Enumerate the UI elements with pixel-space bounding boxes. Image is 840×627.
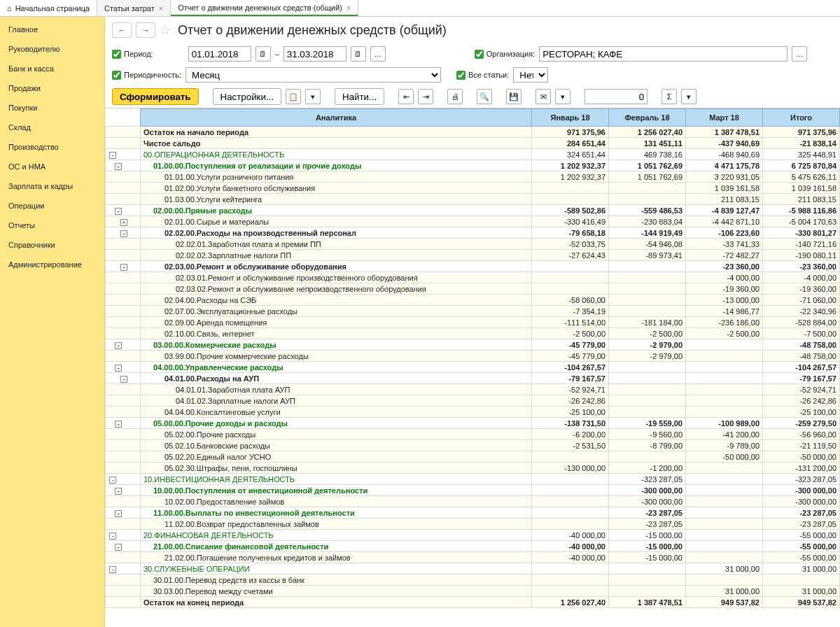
- settings-button[interactable]: Настройки...: [213, 88, 281, 105]
- table-row[interactable]: -00.ОПЕРАЦИОННАЯ ДЕЯТЕЛЬНОСТЬ324 651,444…: [106, 149, 840, 160]
- collapse-icon[interactable]: -: [115, 488, 122, 495]
- table-row[interactable]: 02.07.00.Эксплуатационные расходы-7 354,…: [106, 306, 840, 317]
- table-row[interactable]: -02.02.00.Расходы на производственный пе…: [106, 227, 840, 239]
- sidebar-item[interactable]: Банк и касса: [0, 59, 104, 78]
- sidebar-item[interactable]: Покупки: [0, 98, 104, 118]
- table-row[interactable]: -04.00.00.Управленческие расходы-104 267…: [106, 362, 840, 373]
- mail-dropdown-icon[interactable]: ▾: [555, 89, 570, 104]
- table-row[interactable]: 02.03.02.Ремонт и обслуживание непроизво…: [106, 283, 840, 295]
- table-row[interactable]: 05.02.00.Прочие расходы-6 200,00-9 560,0…: [106, 429, 840, 440]
- sigma-dropdown-icon[interactable]: ▾: [681, 89, 696, 104]
- table-row[interactable]: -02.03.00.Ремонт и обслуживание оборудов…: [106, 261, 840, 272]
- table-row[interactable]: Чистое сальдо284 651,44131 451,11-437 94…: [106, 138, 840, 149]
- table-row[interactable]: 01.02.00.Услуги банкетного обслуживания1…: [106, 183, 840, 194]
- table-row[interactable]: 01.01.00.Услуги розничного питания1 202 …: [106, 171, 840, 183]
- find-button[interactable]: Найти...: [335, 88, 384, 105]
- table-row[interactable]: 04.01.02.Зарплатные налоги АУП-26 242,86…: [106, 395, 840, 407]
- table-row[interactable]: 04.01.01.Заработная плата АУП-52 924,71-…: [106, 384, 840, 395]
- table-row[interactable]: 03.99.00.Прочие коммерческие расходы-45 …: [106, 351, 840, 362]
- collapse-icon[interactable]: -: [115, 163, 122, 170]
- tab[interactable]: Отчет о движении денежных средств (общий…: [171, 0, 358, 16]
- table-row[interactable]: -10.ИНВЕСТИЦИОННАЯ ДЕЯТЕЛЬНОСТЬ-323 287,…: [106, 474, 840, 485]
- table-row[interactable]: 04.04.00.Консалтинговые услуги-25 100,00…: [106, 407, 840, 418]
- favorite-star-icon[interactable]: ☆: [160, 22, 171, 38]
- nav-forward[interactable]: →: [136, 22, 155, 38]
- sidebar-item[interactable]: Отчеты: [0, 216, 104, 235]
- table-row[interactable]: -30.СЛУЖЕБНЫЕ ОПЕРАЦИИ31 000,0031 000,00: [106, 563, 840, 575]
- collapse-icon[interactable]: -: [115, 544, 122, 551]
- calendar-to-icon[interactable]: 🗓: [351, 46, 366, 62]
- print-icon[interactable]: 🖨: [447, 89, 463, 104]
- org-checkbox[interactable]: Организация:: [475, 50, 535, 59]
- table-row[interactable]: -11.00.00.Выплаты по инвестиционной деят…: [106, 507, 840, 519]
- dropdown-icon[interactable]: ▾: [305, 89, 321, 104]
- sidebar-item[interactable]: Зарплата и кадры: [0, 176, 104, 196]
- table-row[interactable]: Остаток на начало периода971 375,961 256…: [106, 127, 840, 138]
- save-icon[interactable]: 💾: [506, 89, 522, 104]
- collapse-icon[interactable]: -: [120, 376, 127, 383]
- collapse-icon[interactable]: -: [109, 533, 116, 540]
- table-row[interactable]: 10.02.00.Предоставление займов-300 000,0…: [106, 496, 840, 507]
- collapse-icon[interactable]: -: [115, 510, 122, 517]
- table-row[interactable]: -21.00.00.Списание финансовой деятельнос…: [106, 541, 840, 552]
- sidebar-item[interactable]: Главное: [0, 20, 104, 39]
- table-row[interactable]: 30.03.00.Перевод между счетами31 000,003…: [106, 586, 840, 597]
- collapse-icon[interactable]: -: [115, 342, 122, 349]
- close-icon[interactable]: ×: [346, 3, 351, 12]
- expand-icon[interactable]: ⇥: [418, 89, 433, 104]
- sidebar-item[interactable]: Администрирование: [0, 255, 104, 274]
- table-row[interactable]: 01.03.00.Услуги кейтеринга211 083,15211 …: [106, 194, 840, 205]
- sidebar-item[interactable]: Производство: [0, 137, 104, 157]
- collapse-icon[interactable]: -: [120, 230, 127, 237]
- sidebar-item[interactable]: Справочники: [0, 235, 104, 255]
- nav-back[interactable]: ←: [112, 22, 132, 38]
- periodicity-select[interactable]: Месяц: [186, 67, 441, 83]
- table-row[interactable]: 05.02.30.Штрафы, пени, госпошлины-130 00…: [106, 463, 840, 474]
- mail-icon[interactable]: ✉: [536, 89, 551, 104]
- table-row[interactable]: -01.00.00.Поступления от реализации и пр…: [106, 160, 840, 171]
- table-row[interactable]: 02.02.02.Зарплатные налоги ПП-27 624,43-…: [106, 250, 840, 261]
- table-row[interactable]: 02.02.01.Заработная плата и премии ПП-52…: [106, 239, 840, 250]
- periodicity-checkbox[interactable]: Периодичность:: [112, 71, 181, 80]
- table-row[interactable]: -03.00.00.Коммерческие расходы-45 779,00…: [106, 339, 840, 351]
- table-row[interactable]: Остаток на конец периода1 256 027,401 38…: [106, 597, 840, 608]
- collapse-icon[interactable]: ⇤: [398, 89, 414, 104]
- sidebar-item[interactable]: Продажи: [0, 78, 104, 98]
- tab[interactable]: ⌂Начальная страница: [0, 0, 97, 16]
- collapse-icon[interactable]: -: [120, 264, 127, 271]
- calendar-from-icon[interactable]: 🗓: [255, 46, 271, 62]
- period-checkbox[interactable]: Период:: [112, 50, 153, 59]
- table-row[interactable]: 05.02.20.Единый налог УСНО-50 000,00-50 …: [106, 451, 840, 463]
- table-row[interactable]: 02.10.00.Связь, интернет-2 500,00-2 500,…: [106, 328, 840, 339]
- collapse-icon[interactable]: -: [115, 365, 122, 372]
- table-row[interactable]: 11.02.00.Возврат предоставленных займов-…: [106, 519, 840, 530]
- collapse-icon[interactable]: -: [109, 477, 116, 484]
- sum-input[interactable]: [584, 89, 648, 104]
- sidebar-item[interactable]: ОС и НМА: [0, 157, 104, 176]
- org-input[interactable]: [539, 46, 788, 62]
- table-row[interactable]: -04.01.00.Расходы на АУП-79 167,57-79 16…: [106, 373, 840, 384]
- copy-icon[interactable]: 📋: [286, 89, 301, 104]
- sigma-icon[interactable]: Σ: [662, 89, 677, 104]
- tab[interactable]: Статьи затрат×: [97, 0, 171, 16]
- collapse-icon[interactable]: -: [109, 566, 116, 573]
- collapse-icon[interactable]: -: [109, 152, 116, 159]
- table-row[interactable]: -10.00.00.Поступления от инвестиционной …: [106, 485, 840, 496]
- table-row[interactable]: -05.00.00.Прочие доходы и расходы-138 73…: [106, 418, 840, 429]
- preview-icon[interactable]: 🔍: [477, 89, 492, 104]
- table-row[interactable]: 21.02.00.Погашение полученных кредитов и…: [106, 552, 840, 563]
- expand-icon[interactable]: +: [120, 219, 127, 226]
- collapse-icon[interactable]: -: [115, 421, 122, 428]
- table-row[interactable]: -02.00.00.Прямые расходы-589 502,86-559 …: [106, 205, 840, 216]
- table-row[interactable]: 05.02.10.Банковские расходы-2 531,50-8 7…: [106, 440, 840, 451]
- period-picker-icon[interactable]: …: [370, 46, 386, 62]
- allarticles-checkbox[interactable]: Все статьи:: [456, 71, 509, 80]
- org-picker-icon[interactable]: …: [792, 46, 807, 62]
- collapse-icon[interactable]: -: [115, 208, 122, 215]
- table-row[interactable]: 02.04.00.Расходы на СЭБ-58 060,00-13 000…: [106, 295, 840, 306]
- date-to[interactable]: [284, 46, 346, 62]
- sidebar-item[interactable]: Операции: [0, 196, 104, 216]
- date-from[interactable]: [188, 46, 251, 62]
- table-row[interactable]: 02.03.01.Ремонт и обслуживание производс…: [106, 272, 840, 283]
- table-row[interactable]: 30.01.00.Перевод средств из кассы в банк: [106, 575, 840, 586]
